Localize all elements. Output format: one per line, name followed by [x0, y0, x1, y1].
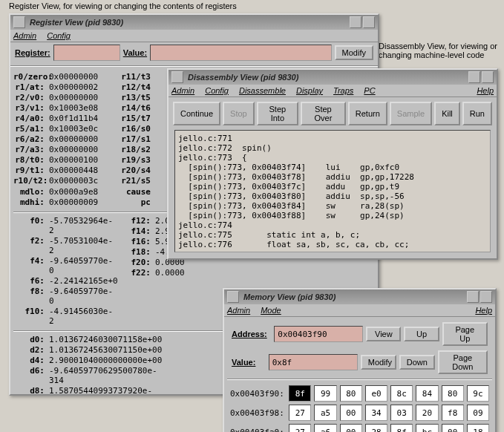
menu-help[interactable]: Help — [477, 86, 494, 95]
register-line[interactable]: r5/a1:0x10003e0c — [13, 124, 112, 134]
memory-cell[interactable]: 27 — [289, 424, 311, 432]
memory-cell[interactable]: 9c — [467, 385, 489, 402]
register-line[interactable]: d0:1.01367246030071158e+00 — [13, 335, 112, 344]
minimize-icon[interactable] — [467, 291, 479, 303]
register-line[interactable]: f4:-9.64059770e-0 — [13, 256, 112, 275]
memory-cell[interactable]: 80 — [340, 385, 362, 402]
register-line[interactable]: f22:0.0000 — [120, 268, 218, 278]
register-line[interactable]: r7/a3:0x00000000 — [13, 145, 112, 154]
return-button[interactable]: Return — [348, 102, 387, 125]
register-line[interactable]: r9/t1:0x00000448 — [13, 166, 112, 175]
memory-cell[interactable]: 99 — [314, 385, 336, 402]
memory-cell[interactable]: 00 — [340, 424, 362, 432]
memory-cell[interactable]: 20 — [416, 405, 438, 421]
window-menu-icon[interactable] — [227, 291, 239, 303]
menu-mode[interactable]: Mode — [261, 306, 281, 315]
register-line[interactable]: r3/v1:0x10003e08 — [13, 103, 112, 113]
step-into-button[interactable]: Step Into — [257, 102, 298, 125]
menu-traps[interactable]: Traps — [333, 86, 353, 95]
register-line[interactable]: f6:-2.24142165e+0 — [13, 276, 112, 286]
pagedown-button[interactable]: Page Down — [438, 350, 488, 374]
memory-cell[interactable]: 00 — [340, 405, 362, 421]
memory-titlebar[interactable]: Memory View (pid 9830) — [224, 289, 495, 304]
memory-cell[interactable]: f8 — [442, 405, 464, 421]
register-line[interactable]: f0:-5.70532964e-2 — [13, 216, 112, 235]
memory-cell[interactable]: 09 — [467, 405, 489, 421]
memory-cell[interactable]: 8f — [390, 424, 413, 432]
register-line[interactable]: d6:-9.64059770629500780e-314 — [13, 366, 112, 385]
continue-button[interactable]: Continue — [173, 102, 220, 125]
register-input[interactable] — [53, 45, 120, 61]
memory-cell[interactable]: 03 — [390, 405, 413, 421]
memory-cell[interactable]: e0 — [365, 385, 387, 402]
menu-help[interactable]: Help — [475, 306, 492, 315]
register-line[interactable]: r1/at:0x00000002 — [13, 82, 112, 92]
register-value: 0x0f1d11b4 — [49, 114, 112, 123]
pageup-button[interactable]: Page Up — [442, 322, 488, 346]
register-name: f6: — [13, 276, 45, 286]
minimize-icon[interactable] — [468, 71, 480, 83]
register-line[interactable]: mdhi:0x00000009 — [13, 197, 112, 207]
register-name: f10: — [13, 307, 45, 326]
modify-button[interactable]: Modify — [361, 355, 396, 370]
window-menu-icon[interactable] — [171, 71, 183, 83]
up-button[interactable]: Up — [404, 327, 439, 341]
memvalue-input[interactable] — [269, 354, 358, 370]
maximize-icon[interactable] — [480, 291, 492, 303]
menu-display[interactable]: Display — [296, 86, 323, 95]
memory-cell[interactable]: 84 — [416, 385, 438, 402]
memory-cell[interactable]: bc — [416, 424, 438, 432]
maximize-icon[interactable] — [482, 71, 494, 83]
register-titlebar[interactable]: Register View (pid 9830) — [10, 15, 378, 30]
memory-cell[interactable]: 8f — [289, 385, 311, 402]
menu-admin[interactable]: Admin — [13, 31, 36, 40]
run-button[interactable]: Run — [462, 102, 492, 125]
minimize-icon[interactable] — [350, 16, 361, 28]
memory-cell[interactable]: 34 — [365, 405, 387, 421]
register-label: Register: — [15, 48, 50, 57]
memory-cell[interactable]: a5 — [314, 405, 336, 421]
memory-cell[interactable]: 28 — [365, 424, 387, 432]
register-line[interactable]: d8:1.58705440993737920e-314 — [13, 386, 112, 394]
register-line[interactable]: f10:-4.91456030e-2 — [13, 307, 112, 326]
register-line[interactable]: mdlo:0x0000a9e8 — [13, 187, 112, 197]
register-line[interactable]: r6/a2:0x00000000 — [13, 134, 112, 144]
register-line[interactable]: r4/a0:0x0f1d11b4 — [13, 114, 112, 123]
kill-button[interactable]: Kill — [434, 102, 460, 125]
register-value: 0x00000002 — [49, 82, 112, 92]
menu-config[interactable]: Config — [205, 86, 229, 95]
register-line[interactable]: d2:1.01367245630071150e+00 — [13, 345, 112, 355]
down-button[interactable]: Down — [399, 355, 435, 370]
window-menu-icon[interactable] — [13, 16, 25, 28]
register-line[interactable]: r10/t2:0x0000003c — [13, 176, 112, 186]
register-line[interactable]: f2:-5.70531004e-2 — [13, 236, 112, 255]
modify-button[interactable]: Modify — [335, 45, 373, 60]
menu-admin[interactable]: Admin — [227, 306, 250, 315]
address-input[interactable] — [274, 326, 363, 342]
menu-admin[interactable]: Admin — [171, 86, 194, 95]
register-line[interactable]: r2/v0:0x00000000 — [13, 93, 112, 102]
view-button[interactable]: View — [366, 327, 401, 341]
register-line[interactable]: f8:-9.64059770e-0 — [13, 287, 112, 306]
value-input[interactable] — [150, 45, 332, 61]
register-line[interactable]: r0/zero:0x00000000 — [13, 72, 112, 82]
memory-title: Memory View (pid 9830) — [243, 292, 336, 301]
sample-button[interactable]: Sample — [390, 102, 432, 125]
register-line[interactable]: r8/t0:0x00000100 — [13, 155, 112, 165]
memory-cell[interactable]: 18 — [467, 424, 489, 432]
memory-cell[interactable]: a6 — [314, 424, 336, 432]
maximize-icon[interactable] — [363, 16, 375, 28]
memory-cell[interactable]: 27 — [289, 405, 311, 421]
stop-button[interactable]: Stop — [223, 102, 255, 125]
step-over-button[interactable]: Step Over — [301, 102, 346, 125]
memory-cell[interactable]: 00 — [442, 424, 464, 432]
memory-cell[interactable]: 8c — [390, 385, 413, 402]
disassembly-listing[interactable]: jello.c:771 jello.c:772 spin() jello.c:7… — [174, 130, 491, 252]
menu-pc[interactable]: PC — [364, 86, 375, 95]
register-line[interactable]: d4:2.90001040000000000e+00 — [13, 356, 112, 365]
disassembly-titlebar[interactable]: Disassembly View (pid 9830) — [168, 70, 497, 85]
memory-cell[interactable]: 80 — [442, 385, 464, 402]
register-name: r6/a2: — [13, 134, 45, 144]
menu-config[interactable]: Config — [47, 31, 71, 40]
menu-disassemble[interactable]: Disassemble — [239, 86, 286, 95]
